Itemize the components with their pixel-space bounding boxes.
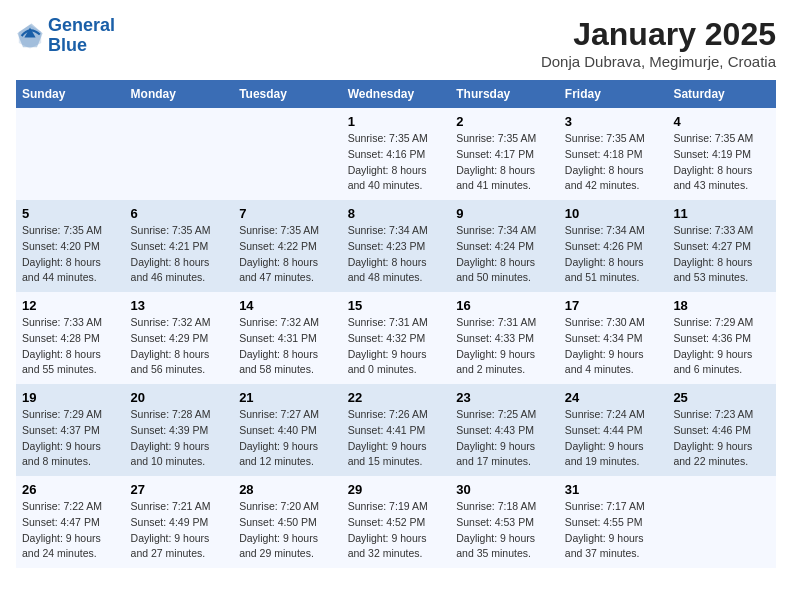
logo-text: General Blue: [48, 16, 115, 56]
calendar-cell: 13Sunrise: 7:32 AM Sunset: 4:29 PM Dayli…: [125, 292, 234, 384]
title-block: January 2025 Donja Dubrava, Megimurje, C…: [541, 16, 776, 70]
day-number: 23: [456, 390, 553, 405]
day-number: 17: [565, 298, 662, 313]
calendar-body: 1Sunrise: 7:35 AM Sunset: 4:16 PM Daylig…: [16, 108, 776, 568]
calendar-cell: [16, 108, 125, 200]
calendar-cell: 19Sunrise: 7:29 AM Sunset: 4:37 PM Dayli…: [16, 384, 125, 476]
day-info: Sunrise: 7:25 AM Sunset: 4:43 PM Dayligh…: [456, 407, 553, 470]
day-number: 10: [565, 206, 662, 221]
calendar-cell: 3Sunrise: 7:35 AM Sunset: 4:18 PM Daylig…: [559, 108, 668, 200]
day-number: 30: [456, 482, 553, 497]
calendar-cell: 7Sunrise: 7:35 AM Sunset: 4:22 PM Daylig…: [233, 200, 342, 292]
calendar-cell: 20Sunrise: 7:28 AM Sunset: 4:39 PM Dayli…: [125, 384, 234, 476]
day-info: Sunrise: 7:35 AM Sunset: 4:22 PM Dayligh…: [239, 223, 336, 286]
day-info: Sunrise: 7:32 AM Sunset: 4:31 PM Dayligh…: [239, 315, 336, 378]
calendar-cell: 28Sunrise: 7:20 AM Sunset: 4:50 PM Dayli…: [233, 476, 342, 568]
calendar-cell: 21Sunrise: 7:27 AM Sunset: 4:40 PM Dayli…: [233, 384, 342, 476]
calendar-cell: 31Sunrise: 7:17 AM Sunset: 4:55 PM Dayli…: [559, 476, 668, 568]
week-row-4: 19Sunrise: 7:29 AM Sunset: 4:37 PM Dayli…: [16, 384, 776, 476]
day-number: 12: [22, 298, 119, 313]
header-saturday: Saturday: [667, 80, 776, 108]
day-number: 29: [348, 482, 445, 497]
day-info: Sunrise: 7:33 AM Sunset: 4:28 PM Dayligh…: [22, 315, 119, 378]
week-row-2: 5Sunrise: 7:35 AM Sunset: 4:20 PM Daylig…: [16, 200, 776, 292]
calendar-cell: 18Sunrise: 7:29 AM Sunset: 4:36 PM Dayli…: [667, 292, 776, 384]
logo: General Blue: [16, 16, 115, 56]
day-number: 7: [239, 206, 336, 221]
day-info: Sunrise: 7:35 AM Sunset: 4:19 PM Dayligh…: [673, 131, 770, 194]
day-info: Sunrise: 7:32 AM Sunset: 4:29 PM Dayligh…: [131, 315, 228, 378]
day-info: Sunrise: 7:29 AM Sunset: 4:36 PM Dayligh…: [673, 315, 770, 378]
day-info: Sunrise: 7:31 AM Sunset: 4:33 PM Dayligh…: [456, 315, 553, 378]
day-info: Sunrise: 7:24 AM Sunset: 4:44 PM Dayligh…: [565, 407, 662, 470]
day-info: Sunrise: 7:35 AM Sunset: 4:16 PM Dayligh…: [348, 131, 445, 194]
day-number: 8: [348, 206, 445, 221]
day-number: 27: [131, 482, 228, 497]
day-info: Sunrise: 7:26 AM Sunset: 4:41 PM Dayligh…: [348, 407, 445, 470]
calendar-cell: [125, 108, 234, 200]
header-monday: Monday: [125, 80, 234, 108]
day-number: 14: [239, 298, 336, 313]
calendar-cell: 8Sunrise: 7:34 AM Sunset: 4:23 PM Daylig…: [342, 200, 451, 292]
header-thursday: Thursday: [450, 80, 559, 108]
day-number: 16: [456, 298, 553, 313]
day-number: 6: [131, 206, 228, 221]
day-info: Sunrise: 7:35 AM Sunset: 4:21 PM Dayligh…: [131, 223, 228, 286]
day-info: Sunrise: 7:28 AM Sunset: 4:39 PM Dayligh…: [131, 407, 228, 470]
day-info: Sunrise: 7:34 AM Sunset: 4:26 PM Dayligh…: [565, 223, 662, 286]
calendar-cell: 30Sunrise: 7:18 AM Sunset: 4:53 PM Dayli…: [450, 476, 559, 568]
day-number: 15: [348, 298, 445, 313]
calendar-cell: 10Sunrise: 7:34 AM Sunset: 4:26 PM Dayli…: [559, 200, 668, 292]
week-row-5: 26Sunrise: 7:22 AM Sunset: 4:47 PM Dayli…: [16, 476, 776, 568]
week-row-1: 1Sunrise: 7:35 AM Sunset: 4:16 PM Daylig…: [16, 108, 776, 200]
calendar-cell: 27Sunrise: 7:21 AM Sunset: 4:49 PM Dayli…: [125, 476, 234, 568]
day-info: Sunrise: 7:18 AM Sunset: 4:53 PM Dayligh…: [456, 499, 553, 562]
calendar-cell: 15Sunrise: 7:31 AM Sunset: 4:32 PM Dayli…: [342, 292, 451, 384]
calendar-subtitle: Donja Dubrava, Megimurje, Croatia: [541, 53, 776, 70]
day-number: 4: [673, 114, 770, 129]
day-number: 22: [348, 390, 445, 405]
day-number: 5: [22, 206, 119, 221]
day-info: Sunrise: 7:17 AM Sunset: 4:55 PM Dayligh…: [565, 499, 662, 562]
day-info: Sunrise: 7:31 AM Sunset: 4:32 PM Dayligh…: [348, 315, 445, 378]
page-header: General Blue January 2025 Donja Dubrava,…: [16, 16, 776, 70]
calendar-cell: 26Sunrise: 7:22 AM Sunset: 4:47 PM Dayli…: [16, 476, 125, 568]
days-of-week-row: Sunday Monday Tuesday Wednesday Thursday…: [16, 80, 776, 108]
day-number: 28: [239, 482, 336, 497]
day-info: Sunrise: 7:27 AM Sunset: 4:40 PM Dayligh…: [239, 407, 336, 470]
day-number: 19: [22, 390, 119, 405]
calendar-header: Sunday Monday Tuesday Wednesday Thursday…: [16, 80, 776, 108]
day-number: 25: [673, 390, 770, 405]
calendar-cell: 29Sunrise: 7:19 AM Sunset: 4:52 PM Dayli…: [342, 476, 451, 568]
calendar-table: Sunday Monday Tuesday Wednesday Thursday…: [16, 80, 776, 568]
day-info: Sunrise: 7:23 AM Sunset: 4:46 PM Dayligh…: [673, 407, 770, 470]
day-number: 21: [239, 390, 336, 405]
day-info: Sunrise: 7:35 AM Sunset: 4:18 PM Dayligh…: [565, 131, 662, 194]
day-info: Sunrise: 7:35 AM Sunset: 4:17 PM Dayligh…: [456, 131, 553, 194]
header-tuesday: Tuesday: [233, 80, 342, 108]
calendar-cell: 16Sunrise: 7:31 AM Sunset: 4:33 PM Dayli…: [450, 292, 559, 384]
header-sunday: Sunday: [16, 80, 125, 108]
day-info: Sunrise: 7:22 AM Sunset: 4:47 PM Dayligh…: [22, 499, 119, 562]
day-number: 9: [456, 206, 553, 221]
calendar-cell: 24Sunrise: 7:24 AM Sunset: 4:44 PM Dayli…: [559, 384, 668, 476]
day-number: 11: [673, 206, 770, 221]
day-number: 13: [131, 298, 228, 313]
calendar-cell: 25Sunrise: 7:23 AM Sunset: 4:46 PM Dayli…: [667, 384, 776, 476]
day-number: 20: [131, 390, 228, 405]
calendar-cell: 5Sunrise: 7:35 AM Sunset: 4:20 PM Daylig…: [16, 200, 125, 292]
logo-icon: [16, 22, 44, 50]
day-info: Sunrise: 7:30 AM Sunset: 4:34 PM Dayligh…: [565, 315, 662, 378]
calendar-cell: 14Sunrise: 7:32 AM Sunset: 4:31 PM Dayli…: [233, 292, 342, 384]
day-number: 1: [348, 114, 445, 129]
day-info: Sunrise: 7:20 AM Sunset: 4:50 PM Dayligh…: [239, 499, 336, 562]
day-number: 26: [22, 482, 119, 497]
day-info: Sunrise: 7:19 AM Sunset: 4:52 PM Dayligh…: [348, 499, 445, 562]
day-info: Sunrise: 7:34 AM Sunset: 4:23 PM Dayligh…: [348, 223, 445, 286]
calendar-cell: 23Sunrise: 7:25 AM Sunset: 4:43 PM Dayli…: [450, 384, 559, 476]
day-number: 31: [565, 482, 662, 497]
day-number: 2: [456, 114, 553, 129]
header-friday: Friday: [559, 80, 668, 108]
calendar-cell: 4Sunrise: 7:35 AM Sunset: 4:19 PM Daylig…: [667, 108, 776, 200]
day-number: 18: [673, 298, 770, 313]
